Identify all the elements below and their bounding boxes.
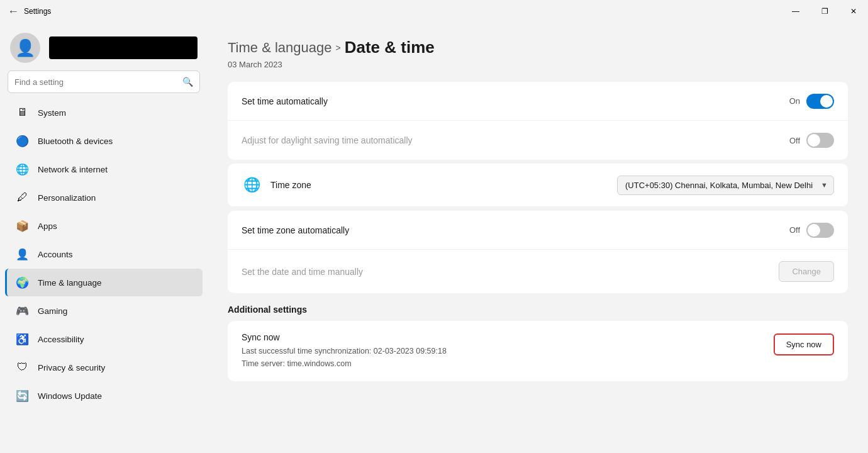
sync-title: Sync now (242, 332, 759, 342)
sidebar-item-windows-update[interactable]: 🔄Windows Update (5, 382, 203, 410)
sidebar-item-label-windows-update: Windows Update (38, 391, 102, 401)
main-content: Time & language > Date & time 03 March 2… (208, 23, 868, 453)
set-timezone-auto-toggle-label: Off (789, 225, 800, 235)
sync-info: Sync now Last successful time synchroniz… (242, 332, 759, 370)
title-bar-left: ← Settings (8, 5, 51, 18)
sidebar-item-apps[interactable]: 📦Apps (5, 212, 203, 240)
user-name-box (49, 36, 198, 59)
daylight-saving-toggle-label: Off (789, 136, 800, 145)
close-button[interactable]: ✕ (839, 0, 868, 23)
search-icon: 🔍 (182, 77, 193, 87)
sidebar-item-label-system: System (38, 108, 66, 118)
search-box[interactable]: 🔍 (8, 70, 200, 93)
accessibility-icon: ♿ (15, 332, 29, 346)
set-time-auto-toggle[interactable] (806, 94, 834, 109)
personalization-icon: 🖊 (15, 191, 29, 204)
title-bar-controls: — ❐ ✕ (781, 0, 868, 23)
system-icon: 🖥 (15, 106, 29, 120)
sync-now-button[interactable]: Sync now (774, 333, 834, 355)
set-date-manually-control: Change (779, 261, 834, 282)
settings-card-more: Set time zone automatically Off Set the … (228, 211, 848, 293)
sidebar-item-label-network: Network & internet (38, 165, 108, 174)
set-time-auto-control: On (789, 94, 834, 109)
sync-detail-1: Last successful time synchronization: 02… (242, 345, 759, 357)
windows-update-icon: 🔄 (15, 389, 29, 403)
set-time-auto-row: Set time automatically On (228, 82, 848, 121)
sync-card: Sync now Last successful time synchroniz… (228, 321, 848, 381)
sidebar-item-time-language[interactable]: 🌍Time & language (5, 269, 203, 296)
sidebar-item-label-personalization: Personalization (38, 193, 96, 203)
sidebar-item-label-accounts: Accounts (38, 250, 73, 259)
avatar: 👤 (10, 33, 40, 63)
daylight-saving-label: Adjust for daylight saving time automati… (242, 135, 789, 145)
title-bar-title: Settings (24, 7, 51, 16)
set-date-manually-row: Set the date and time manually Change (228, 250, 848, 293)
avatar-icon: 👤 (15, 38, 35, 58)
breadcrumb: Time & language > Date & time (228, 38, 848, 57)
set-time-auto-label: Set time automatically (242, 96, 789, 106)
privacy-security-icon: 🛡 (15, 361, 29, 374)
gaming-icon: 🎮 (15, 304, 29, 318)
sidebar-item-label-privacy-security: Privacy & security (38, 363, 105, 372)
sidebar-item-network[interactable]: 🌐Network & internet (5, 155, 203, 183)
set-time-auto-toggle-label: On (789, 96, 800, 106)
sidebar-item-label-accessibility: Accessibility (38, 335, 84, 344)
set-date-manually-label: Set the date and time manually (242, 267, 779, 277)
sidebar-item-label-time-language: Time & language (38, 278, 102, 288)
bluetooth-icon: 🔵 (15, 134, 29, 148)
apps-icon: 📦 (15, 219, 29, 233)
sidebar-item-bluetooth[interactable]: 🔵Bluetooth & devices (5, 127, 203, 155)
set-timezone-auto-toggle[interactable] (806, 223, 834, 238)
nav-list: 🖥System🔵Bluetooth & devices🌐Network & in… (0, 98, 208, 410)
daylight-saving-toggle[interactable] (806, 133, 834, 148)
timezone-row: 🌐 Time zone (UTC+05:30) Chennai, Kolkata… (228, 164, 848, 207)
change-button[interactable]: Change (779, 261, 834, 282)
timezone-select[interactable]: (UTC+05:30) Chennai, Kolkata, Mumbai, Ne… (617, 176, 834, 195)
set-timezone-auto-row: Set time zone automatically Off (228, 211, 848, 250)
network-icon: 🌐 (15, 162, 29, 176)
sidebar-item-gaming[interactable]: 🎮Gaming (5, 297, 203, 325)
sync-detail-2: Time server: time.windows.com (242, 357, 759, 370)
timezone-icon: 🌐 (242, 175, 262, 195)
sidebar-item-accounts[interactable]: 👤Accounts (5, 240, 203, 268)
sidebar-item-accessibility[interactable]: ♿Accessibility (5, 325, 203, 353)
timezone-card: 🌐 Time zone (UTC+05:30) Chennai, Kolkata… (228, 164, 848, 207)
sidebar-item-system[interactable]: 🖥System (5, 99, 203, 126)
sidebar-item-privacy-security[interactable]: 🛡Privacy & security (5, 354, 203, 381)
back-button[interactable]: ← (8, 5, 19, 18)
settings-card-time-auto: Set time automatically On Adjust for day… (228, 82, 848, 160)
set-timezone-auto-control: Off (789, 223, 834, 238)
user-section: 👤 (0, 23, 208, 70)
timezone-label: Time zone (270, 180, 617, 190)
breadcrumb-parent[interactable]: Time & language (228, 40, 332, 56)
search-input[interactable] (14, 77, 182, 87)
sidebar: 👤 🔍 🖥System🔵Bluetooth & devices🌐Network … (0, 23, 208, 453)
daylight-saving-row: Adjust for daylight saving time automati… (228, 121, 848, 160)
set-timezone-auto-label: Set time zone automatically (242, 225, 789, 235)
sidebar-item-label-bluetooth: Bluetooth & devices (38, 137, 113, 146)
sidebar-item-label-apps: Apps (38, 221, 57, 231)
accounts-icon: 👤 (15, 247, 29, 261)
set-time-auto-thumb (820, 95, 833, 108)
maximize-button[interactable]: ❐ (810, 0, 839, 23)
daylight-saving-thumb (808, 134, 820, 147)
daylight-saving-control: Off (789, 133, 834, 148)
additional-settings-title: Additional settings (228, 305, 848, 315)
page-date: 03 March 2023 (228, 60, 848, 69)
breadcrumb-separator: > (336, 43, 341, 53)
sidebar-item-label-gaming: Gaming (38, 306, 67, 316)
app-body: 👤 🔍 🖥System🔵Bluetooth & devices🌐Network … (0, 23, 868, 453)
time-language-icon: 🌍 (15, 276, 29, 289)
timezone-select-wrap: (UTC+05:30) Chennai, Kolkata, Mumbai, Ne… (617, 176, 834, 195)
breadcrumb-current: Date & time (345, 38, 435, 57)
minimize-button[interactable]: — (781, 0, 810, 23)
sidebar-item-personalization[interactable]: 🖊Personalization (5, 184, 203, 211)
set-timezone-auto-thumb (808, 224, 820, 237)
title-bar: ← Settings — ❐ ✕ (0, 0, 868, 23)
